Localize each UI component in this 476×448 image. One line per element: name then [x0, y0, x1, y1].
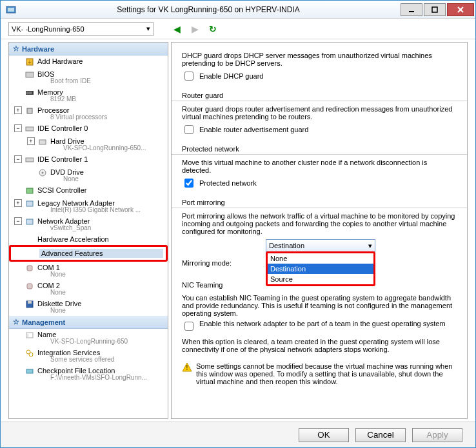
dhcp-checkbox[interactable] [184, 72, 193, 81]
mirror-mode-dropdown[interactable]: Destination ▾ [266, 239, 375, 252]
management-header[interactable]: ☆ Management [9, 316, 168, 329]
tree-scsi[interactable]: SCSI Controller [9, 184, 168, 197]
nic-description: You can establish NIC Teaming in the gue… [182, 294, 457, 317]
button-bar: OK Cancel Apply [1, 422, 475, 447]
tree-name[interactable]: I NameVK-SFO-LongRunning-650 [9, 329, 168, 347]
cancel-button[interactable]: Cancel [355, 428, 406, 442]
expand-icon[interactable]: + [14, 199, 22, 207]
back-button[interactable]: ◀ [170, 23, 183, 35]
svg-rect-16 [26, 158, 34, 162]
mirror-mode-label: Mirroring mode: [182, 259, 259, 267]
tree-ide0[interactable]: − IDE Controller 0 [9, 122, 168, 135]
collapse-icon[interactable]: − [14, 124, 22, 132]
svg-point-29 [29, 353, 33, 356]
collapse-icon: ☆ [13, 318, 19, 326]
protected-label: Protected network [199, 179, 257, 187]
tree-hw-accel[interactable]: Hardware Acceleration [9, 233, 168, 245]
add-hardware-icon: + [25, 57, 35, 66]
nic-checkbox[interactable] [184, 322, 193, 331]
nic-note: When this option is cleared, a team crea… [182, 338, 457, 353]
minimize-button[interactable] [401, 3, 422, 16]
chevron-down-icon: ▾ [146, 24, 150, 33]
router-description: Router guard drops router advertisement … [182, 105, 457, 121]
maximize-button[interactable] [424, 3, 446, 16]
tree-ide1[interactable]: − IDE Controller 1 [9, 153, 168, 166]
svg-rect-10 [26, 92, 28, 94]
name-icon: I [25, 331, 35, 340]
tree-com2[interactable]: COM 2None [9, 280, 168, 298]
collapse-icon[interactable]: − [14, 217, 22, 225]
tree-processor[interactable]: + Processor8 Virtual processors [9, 104, 168, 122]
vm-select[interactable]: VK- -LongRunning-650 ▾ [8, 22, 154, 36]
protected-description: Move this virtual machine to another clu… [182, 159, 457, 174]
tree-advanced-features[interactable]: Advanced Features [9, 245, 168, 262]
forward-button: ▶ [188, 23, 201, 35]
tree-hard-drive[interactable]: + Hard DriveVK-SFO-LongRunning-650... [9, 135, 168, 153]
settings-tree[interactable]: ☆ Hardware + Add Hardware BIOSBoot from … [8, 42, 168, 419]
integration-icon [25, 349, 35, 358]
diskette-icon [25, 300, 35, 309]
router-checkbox[interactable] [184, 125, 193, 134]
tree-network-adapter[interactable]: − Network AdaptervSwitch_Span [9, 215, 168, 233]
svg-rect-3 [432, 7, 437, 12]
router-section: Router guard Router guard drops router a… [182, 92, 457, 136]
hardware-header[interactable]: ☆ Hardware [9, 43, 168, 55]
dhcp-description: DHCP guard drops DHCP server messages fr… [182, 52, 457, 67]
refresh-button[interactable]: ↻ [206, 23, 219, 35]
scsi-icon [25, 186, 35, 195]
svg-rect-15 [39, 140, 46, 144]
mirror-option-destination[interactable]: Destination [268, 264, 373, 274]
warning-row: ! Some settings cannot be modified becau… [182, 362, 457, 385]
mirror-option-none[interactable]: None [268, 253, 373, 264]
settings-panel: DHCP guard drops DHCP server messages fr… [171, 42, 468, 419]
tree-com1[interactable]: COM 1None [9, 262, 168, 280]
svg-rect-19 [26, 188, 33, 193]
controller-icon [25, 124, 35, 133]
tree-checkpoint[interactable]: Checkpoint File LocationF:\Vineeth-VMs\S… [9, 365, 168, 383]
tree-diskette[interactable]: Diskette DriveNone [9, 298, 168, 316]
svg-point-18 [42, 172, 44, 174]
svg-text:I: I [27, 333, 28, 338]
mirror-title: Port mirroring [172, 199, 467, 208]
collapse-icon[interactable]: − [14, 155, 22, 163]
network-icon [25, 217, 35, 226]
router-title: Router guard [172, 92, 467, 101]
expand-icon[interactable]: + [14, 106, 22, 114]
com-icon [25, 264, 35, 273]
dhcp-section: DHCP guard drops DHCP server messages fr… [182, 52, 457, 83]
svg-text:!: ! [186, 364, 188, 371]
chevron-down-icon: ▾ [368, 242, 372, 250]
svg-rect-25 [28, 301, 32, 304]
tree-legacy-adapter[interactable]: + Legacy Network AdapterIntel(R) I350 Gi… [9, 197, 168, 215]
checkpoint-icon [25, 367, 35, 376]
close-button[interactable] [447, 3, 474, 16]
dhcp-label: Enable DHCP guard [199, 72, 263, 80]
ok-button[interactable]: OK [299, 428, 349, 442]
network-icon [25, 199, 35, 208]
mirror-option-source[interactable]: Source [268, 274, 373, 284]
window-title: Settings for VK LongRunning-650 on HYPER… [16, 5, 401, 14]
warning-icon: ! [182, 362, 192, 373]
tree-memory[interactable]: Memory8192 MB [9, 86, 168, 104]
tree-dvd[interactable]: DVD DriveNone [9, 166, 168, 184]
svg-rect-30 [26, 369, 33, 373]
titlebar: Settings for VK LongRunning-650 on HYPER… [1, 1, 475, 19]
com-icon [25, 282, 35, 291]
svg-rect-23 [27, 284, 32, 289]
svg-rect-21 [26, 219, 33, 224]
svg-rect-22 [27, 266, 32, 271]
settings-window: Settings for VK LongRunning-650 on HYPER… [0, 0, 476, 448]
svg-rect-12 [30, 92, 32, 94]
tree-add-hardware[interactable]: + Add Hardware [9, 55, 168, 68]
bios-icon [25, 70, 35, 79]
svg-rect-14 [26, 127, 34, 131]
svg-rect-8 [26, 72, 34, 77]
tree-integration[interactable]: Integration ServicesSome services offere… [9, 347, 168, 365]
tree-bios[interactable]: BIOSBoot from IDE [9, 68, 168, 86]
controller-icon [25, 155, 35, 164]
content-area: ☆ Hardware + Add Hardware BIOSBoot from … [1, 39, 475, 422]
expand-icon[interactable]: + [27, 137, 35, 145]
apply-button: Apply [412, 428, 462, 442]
hard-drive-icon [37, 137, 48, 146]
protected-checkbox[interactable] [184, 179, 193, 188]
